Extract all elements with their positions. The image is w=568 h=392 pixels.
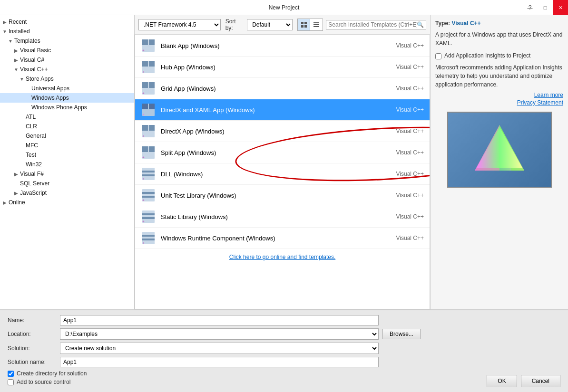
- list-view-button[interactable]: [310, 19, 323, 30]
- svg-text:+: +: [142, 134, 145, 138]
- template-row[interactable]: + Windows Runtime Component (Windows) Vi…: [135, 228, 430, 249]
- svg-rect-1: [304, 22, 307, 24]
- template-row[interactable]: + Split App (Windows) Visual C++: [135, 142, 430, 163]
- sidebar-item-online[interactable]: ▶ Online: [0, 198, 134, 207]
- svg-rect-20: [142, 104, 148, 109]
- sidebar-item-label: MFC: [26, 142, 38, 149]
- arrow-icon: [13, 181, 19, 186]
- add-insights-label: Add Application Insights to Project: [444, 52, 530, 59]
- sidebar-item-recent[interactable]: ▶ Recent: [0, 17, 134, 27]
- sidebar-item-general[interactable]: General: [0, 131, 134, 141]
- learn-more-link[interactable]: Learn more: [435, 92, 563, 98]
- sidebar-item-visual-csharp[interactable]: ▶ Visual C#: [0, 55, 134, 65]
- template-name: Grid App (Windows): [161, 85, 376, 92]
- svg-rect-8: [142, 39, 148, 45]
- template-row[interactable]: + Blank App (Windows) Visual C++: [135, 35, 430, 57]
- arrow-icon: ▼: [13, 67, 19, 72]
- solution-name-input[interactable]: [60, 357, 379, 367]
- grid-view-button[interactable]: [298, 19, 310, 30]
- ok-button[interactable]: OK: [487, 375, 517, 387]
- framework-select[interactable]: .NET Framework 4.5: [138, 19, 221, 30]
- sidebar-item-mfc[interactable]: MFC: [0, 141, 134, 150]
- arrow-icon: [19, 133, 25, 139]
- privacy-statement-link[interactable]: Privacy Statement: [435, 99, 563, 106]
- template-row[interactable]: + Unit Test Library (Windows) Visual C++: [135, 185, 430, 206]
- add-insights-checkbox[interactable]: [435, 53, 441, 59]
- sidebar-item-visual-basic[interactable]: ▶ Visual Basic: [0, 46, 134, 55]
- svg-text:+: +: [142, 48, 145, 53]
- name-input[interactable]: [60, 315, 379, 325]
- svg-rect-21: [149, 104, 155, 109]
- template-name: DLL (Windows): [161, 171, 376, 178]
- add-source-checkbox[interactable]: [8, 379, 14, 385]
- template-row[interactable]: + DLL (Windows) Visual C++: [135, 163, 430, 185]
- template-row[interactable]: + Grid App (Windows) Visual C++: [135, 78, 430, 99]
- sidebar-item-visual-cpp[interactable]: ▼ Visual C++: [0, 65, 134, 74]
- svg-rect-2: [301, 25, 304, 28]
- arrow-icon: ▼: [19, 76, 25, 82]
- sidebar-item-test[interactable]: Test: [0, 150, 134, 160]
- template-icon: +: [141, 81, 156, 96]
- svg-rect-9: [149, 39, 155, 45]
- create-dir-label: Create directory for solution: [17, 370, 87, 377]
- sidebar-item-label: Win32: [26, 161, 42, 168]
- sidebar-item-windows-phone-apps[interactable]: Windows Phone Apps: [0, 103, 134, 112]
- svg-rect-40: [142, 213, 155, 215]
- template-row[interactable]: + Hub App (Windows) Visual C++: [135, 57, 430, 78]
- sidebar-item-clr[interactable]: CLR: [0, 122, 134, 131]
- sidebar-item-store-apps[interactable]: ▼ Store Apps: [0, 74, 134, 84]
- toolbar: .NET Framework 4.5 Sort by: Default Name…: [135, 15, 430, 35]
- solution-row: Solution: Create new solution Add to sol…: [8, 343, 560, 354]
- sidebar-item-label: Universal Apps: [31, 85, 69, 92]
- sidebar-item-label: Test: [26, 152, 36, 158]
- svg-rect-28: [142, 146, 148, 152]
- sidebar-item-windows-apps[interactable]: Windows Apps: [0, 93, 134, 103]
- sidebar-item-installed[interactable]: ▼ Installed: [0, 27, 134, 36]
- location-select[interactable]: D:\Examples: [60, 328, 379, 340]
- close-button[interactable]: ✕: [553, 0, 568, 15]
- sidebar-item-visual-fsharp[interactable]: ▶ Visual F#: [0, 169, 134, 179]
- sort-label: Sort by:: [225, 18, 245, 31]
- sidebar-item-atl[interactable]: ATL: [0, 112, 134, 122]
- sidebar-item-javascript[interactable]: ▶ JavaScript: [0, 188, 134, 198]
- sidebar-item-universal-apps[interactable]: Universal Apps: [0, 84, 134, 93]
- search-box: 🔍: [326, 20, 426, 29]
- create-dir-checkbox[interactable]: [8, 371, 14, 377]
- sidebar-item-label: CLR: [26, 123, 37, 130]
- arrow-icon: [19, 143, 25, 148]
- solution-select[interactable]: Create new solution Add to solution: [60, 343, 379, 354]
- svg-text:+: +: [142, 70, 145, 74]
- template-name: Static Library (Windows): [161, 213, 376, 220]
- name-label: Name:: [8, 317, 60, 324]
- svg-rect-5: [313, 24, 319, 25]
- template-row[interactable]: + Static Library (Windows) Visual C++: [135, 206, 430, 228]
- sort-select[interactable]: Default Name Type: [247, 19, 293, 30]
- arrow-icon: [19, 152, 25, 158]
- svg-rect-25: [149, 125, 155, 131]
- sidebar-item-sql-server[interactable]: SQL Server: [0, 179, 134, 188]
- sidebar-item-templates[interactable]: ▼ Templates: [0, 36, 134, 46]
- arrow-icon: ▼: [2, 29, 8, 34]
- sidebar-item-label: SQL Server: [20, 180, 49, 187]
- cancel-button[interactable]: Cancel: [521, 375, 560, 387]
- svg-text:+: +: [142, 177, 145, 181]
- arrow-icon: [19, 162, 25, 167]
- sidebar-item-win32[interactable]: Win32: [0, 160, 134, 169]
- dialog-body: ▶ Recent ▼ Installed ▼ Templates ▶ Visua…: [0, 15, 568, 309]
- search-input[interactable]: [328, 21, 417, 28]
- browse-button[interactable]: Browse...: [382, 329, 421, 339]
- sidebar-item-label: Visual C++: [20, 66, 48, 73]
- svg-rect-6: [313, 26, 319, 27]
- view-buttons: [297, 19, 323, 31]
- template-icon: +: [141, 124, 156, 139]
- template-type: Visual C++: [376, 106, 424, 113]
- template-row-selected[interactable]: + DirectX and XAML App (Windows) Visual …: [135, 99, 430, 121]
- template-row[interactable]: + DirectX App (Windows) Visual C++: [135, 121, 430, 142]
- bottom-buttons: OK Cancel: [487, 375, 560, 387]
- maximize-button[interactable]: □: [538, 0, 553, 15]
- svg-rect-41: [142, 217, 155, 219]
- sidebar: ▶ Recent ▼ Installed ▼ Templates ▶ Visua…: [0, 15, 135, 309]
- arrow-icon: ▶: [13, 48, 19, 53]
- minimize-button[interactable]: —: [522, 0, 538, 15]
- online-templates-link[interactable]: Click here to go online and find templat…: [135, 249, 430, 265]
